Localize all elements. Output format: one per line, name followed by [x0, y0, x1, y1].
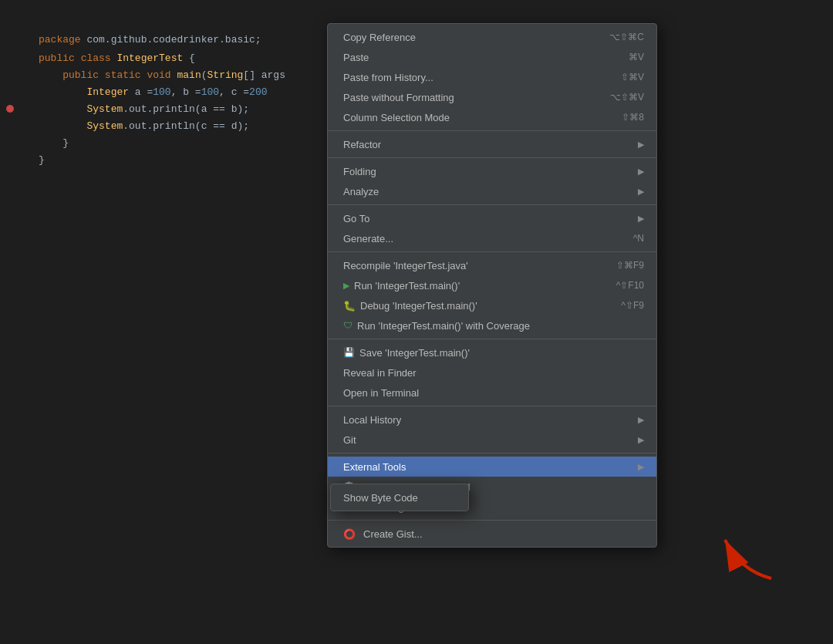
paste-shortcut: ⌘V	[629, 52, 644, 62]
run-shortcut: ^⇧F10	[616, 280, 644, 291]
red-arrow-icon	[694, 524, 787, 586]
column-selection-shortcut: ⇧⌘8	[622, 112, 644, 123]
external-tools-label: External Tools	[343, 461, 406, 473]
save-icon: 💾	[343, 347, 355, 358]
menu-item-column-selection[interactable]: Column Selection Mode ⇧⌘8	[328, 107, 656, 127]
paste-without-formatting-label: Paste without Formatting	[343, 92, 454, 103]
menu-item-generate[interactable]: Generate... ^N	[328, 228, 656, 248]
context-menu: Copy Reference ⌥⇧⌘C Paste ⌘V Paste from …	[327, 23, 657, 548]
paste-from-history-shortcut: ⇧⌘V	[621, 72, 644, 83]
run-icon: ▶	[343, 281, 349, 291]
menu-item-local-history[interactable]: Local History ▶	[328, 410, 656, 430]
generate-label: Generate...	[343, 233, 393, 244]
menu-item-paste[interactable]: Paste ⌘V	[328, 47, 656, 67]
breakpoint-dot	[6, 105, 14, 113]
menu-item-folding[interactable]: Folding ▶	[328, 161, 656, 181]
coverage-icon: 🛡	[343, 320, 352, 331]
run-coverage-label: Run 'IntegerTest.main()' with Coverage	[357, 320, 530, 332]
run-label: Run 'IntegerTest.main()'	[354, 280, 460, 292]
paste-without-formatting-shortcut: ⌥⇧⌘V	[610, 92, 644, 103]
external-tools-arrow: ▶	[638, 462, 644, 472]
separator-2	[328, 157, 656, 158]
menu-item-run[interactable]: ▶ Run 'IntegerTest.main()' ^⇧F10	[328, 275, 656, 295]
paste-from-history-label: Paste from History...	[343, 72, 433, 83]
menu-item-copy-reference[interactable]: Copy Reference ⌥⇧⌘C	[328, 27, 656, 47]
separator-6	[328, 406, 656, 406]
separator-8	[328, 520, 656, 521]
separator-3	[328, 204, 656, 205]
analyze-arrow: ▶	[638, 187, 644, 197]
refactor-label: Refactor	[343, 139, 381, 150]
menu-item-refactor[interactable]: Refactor ▶	[328, 134, 656, 154]
debug-shortcut: ^⇧F9	[621, 300, 644, 311]
open-terminal-label: Open in Terminal	[343, 387, 419, 399]
reveal-finder-label: Reveal in Finder	[343, 367, 416, 379]
save-label: Save 'IntegerTest.main()'	[359, 347, 470, 359]
refactor-arrow: ▶	[638, 140, 644, 150]
recompile-label: Recompile 'IntegerTest.java'	[343, 260, 468, 271]
go-to-arrow: ▶	[638, 214, 644, 224]
folding-label: Folding	[343, 166, 376, 177]
generate-shortcut: ^N	[633, 233, 644, 244]
menu-item-save[interactable]: 💾 Save 'IntegerTest.main()'	[328, 342, 656, 362]
menu-item-reveal-in-finder[interactable]: Reveal in Finder	[328, 362, 656, 383]
menu-item-create-gist[interactable]: ⭕ Create Gist...	[328, 524, 656, 544]
menu-item-run-coverage[interactable]: 🛡 Run 'IntegerTest.main()' with Coverage	[328, 315, 656, 335]
folding-arrow: ▶	[638, 167, 644, 177]
column-selection-label: Column Selection Mode	[343, 112, 450, 123]
debug-label: Debug 'IntegerTest.main()'	[360, 300, 477, 312]
copy-reference-label: Copy Reference	[343, 32, 416, 43]
separator-1	[328, 130, 656, 131]
separator-5	[328, 339, 656, 339]
menu-item-analyze[interactable]: Analyze ▶	[328, 181, 656, 201]
menu-item-paste-without-formatting[interactable]: Paste without Formatting ⌥⇧⌘V	[328, 87, 656, 107]
show-byte-code-label: Show Byte Code	[343, 492, 418, 504]
go-to-label: Go To	[343, 213, 369, 224]
menu-item-debug[interactable]: 🐛 Debug 'IntegerTest.main()' ^⇧F9	[328, 295, 656, 315]
separator-7	[328, 453, 656, 453]
local-history-label: Local History	[343, 414, 401, 426]
recompile-shortcut: ⇧⌘F9	[616, 260, 644, 271]
debug-icon: 🐛	[343, 300, 356, 312]
menu-item-external-tools[interactable]: External Tools ▶	[328, 457, 656, 477]
separator-4	[328, 251, 656, 252]
analyze-label: Analyze	[343, 186, 379, 197]
copy-reference-shortcut: ⌥⇧⌘C	[609, 32, 644, 42]
submenu-item-show-byte-code[interactable]: Show Byte Code	[331, 487, 468, 507]
create-gist-label: Create Gist...	[363, 528, 423, 540]
menu-item-paste-from-history[interactable]: Paste from History... ⇧⌘V	[328, 67, 656, 87]
menu-item-git[interactable]: Git ▶	[328, 430, 656, 450]
menu-item-recompile[interactable]: Recompile 'IntegerTest.java' ⇧⌘F9	[328, 255, 656, 275]
git-arrow: ▶	[638, 435, 644, 445]
paste-label: Paste	[343, 52, 369, 63]
gist-icon: ⭕	[343, 528, 356, 540]
menu-item-open-terminal[interactable]: Open in Terminal	[328, 383, 656, 403]
local-history-arrow: ▶	[638, 415, 644, 425]
git-label: Git	[343, 434, 356, 446]
arrow-annotation	[694, 524, 787, 590]
external-tools-submenu: Show Byte Code	[330, 484, 469, 511]
menu-item-go-to[interactable]: Go To ▶	[328, 208, 656, 228]
